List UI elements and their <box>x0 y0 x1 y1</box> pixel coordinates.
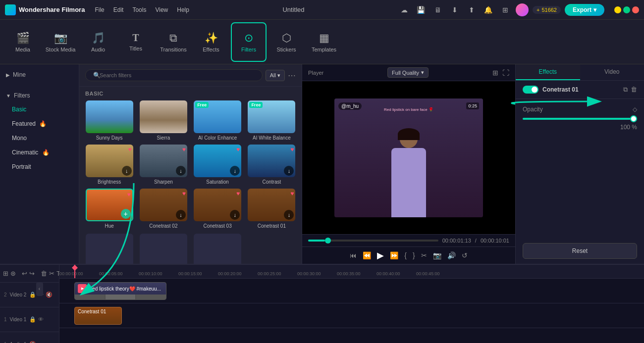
delete-icon[interactable]: 🗑 <box>631 86 637 94</box>
cut-button[interactable]: ✂ <box>49 268 54 279</box>
filter-saturation[interactable]: ♥ ↓ Saturation <box>193 145 243 185</box>
progress-thumb[interactable] <box>325 238 331 244</box>
collapse-panel-button[interactable]: ‹ <box>36 282 43 296</box>
download-icon-4[interactable]: ↓ <box>284 166 294 176</box>
download-icon[interactable]: ⬇ <box>448 3 461 16</box>
download-icon[interactable]: ↓ <box>122 166 132 176</box>
mine-section: ▶ Mine <box>0 64 79 85</box>
volume-icon[interactable]: 🔊 <box>447 251 456 259</box>
close-button[interactable] <box>632 6 639 13</box>
mute-icon-2[interactable]: 🔇 <box>29 341 36 343</box>
add-filter-button[interactable]: + <box>121 209 131 219</box>
filter-ai-white[interactable]: Free AI White Balance <box>247 100 297 141</box>
split-icon[interactable]: ✂ <box>421 251 427 259</box>
skip-back-icon[interactable]: ⏮ <box>350 251 357 259</box>
menu-help[interactable]: Help <box>177 6 189 13</box>
mark-out-icon[interactable]: } <box>413 251 415 259</box>
download-icon-2[interactable]: ↓ <box>176 166 186 176</box>
save-icon[interactable]: 💾 <box>415 3 428 16</box>
sidebar-item-portrait[interactable]: Portrait <box>4 160 75 174</box>
filter-conetrast01[interactable]: ♥ ↓ Conetrast 01 <box>247 189 297 229</box>
notification-icon[interactable]: 🔔 <box>482 3 495 16</box>
toolbar-audio[interactable]: 🎵 Audio <box>80 22 116 62</box>
toolbar-filters[interactable]: ⊙ Filters <box>231 22 267 62</box>
filter-hue[interactable]: ♥ + Hue <box>84 189 134 229</box>
opacity-slider[interactable] <box>523 118 637 120</box>
upload-icon[interactable]: ⬆ <box>465 3 478 16</box>
filter-sharpen[interactable]: ♥ ↓ Sharpen <box>138 145 188 185</box>
filter-sunny-days[interactable]: Sunny Days <box>84 100 134 141</box>
minimize-button[interactable] <box>614 6 621 13</box>
grid-icon[interactable]: ⊞ <box>499 3 512 16</box>
step-forward-icon[interactable]: ⏩ <box>390 251 398 259</box>
undo-button[interactable]: ↩ <box>22 268 27 279</box>
lock-icon-2[interactable]: 🔒 <box>29 316 36 323</box>
filter-conetrast02[interactable]: ♥ ↓ Conetrast 02 <box>138 189 188 229</box>
play-button[interactable]: ▶ <box>377 250 384 261</box>
mute-icon[interactable]: 🔇 <box>46 292 53 298</box>
filter-conetrast03[interactable]: ♥ ↓ Conetrast 03 <box>193 189 243 229</box>
step-back-icon[interactable]: ⏪ <box>363 251 371 259</box>
filter-sierra[interactable]: Sierra <box>138 100 188 141</box>
toolbar-titles[interactable]: T Titles <box>118 22 154 62</box>
ruler-mark-9: 00:00:45:00 <box>416 271 440 276</box>
sidebar-item-featured[interactable]: Featured 🔥 <box>4 117 75 131</box>
sidebar-item-basic[interactable]: Basic <box>4 102 75 116</box>
download-icon-3[interactable]: ↓ <box>230 166 240 176</box>
toolbar-media[interactable]: 🎬 Media <box>5 22 41 62</box>
copy-icon[interactable]: ⧉ <box>623 86 628 94</box>
magnet-icon[interactable]: ⊛ <box>10 268 16 279</box>
toolbar-effects[interactable]: ✨ Effects <box>193 22 229 62</box>
delete-button[interactable]: 🗑 <box>41 268 47 279</box>
export-button[interactable]: Export ▾ <box>565 4 604 16</box>
menu-file[interactable]: File <box>95 6 104 13</box>
toolbar-stickers[interactable]: ⬡ Stickers <box>268 22 304 62</box>
redo-button[interactable]: ↪ <box>29 268 35 279</box>
toolbar-transitions[interactable]: ⧉ Transitions <box>156 22 191 62</box>
visible-icon-2[interactable]: 👁 <box>38 316 44 323</box>
filter-ai-color[interactable]: Free AI Color Enhance <box>193 100 243 141</box>
download-icon-6[interactable]: ↓ <box>230 210 240 220</box>
tab-effects[interactable]: Effects <box>516 64 580 80</box>
download-icon-7[interactable]: ↓ <box>284 210 294 220</box>
menu-edit[interactable]: Edit <box>113 6 124 13</box>
sidebar-item-cinematic[interactable]: Cinematic 🔥 <box>4 146 75 159</box>
sidebar-item-mono[interactable]: Mono <box>4 131 75 145</box>
quality-selector[interactable]: Full Quality ▾ <box>387 67 429 78</box>
avatar[interactable] <box>516 3 529 16</box>
track-label-audio1: 1 Audio 1 🔇 <box>0 332 59 343</box>
more-options-button[interactable]: ⋯ <box>288 71 296 80</box>
tab-video[interactable]: Video <box>580 64 644 80</box>
search-input[interactable] <box>85 69 263 81</box>
menu-view[interactable]: View <box>155 6 168 13</box>
filter-contrast[interactable]: ♥ ↓ Contrast <box>247 145 297 185</box>
toggle-switch[interactable] <box>523 86 538 94</box>
cloud-icon[interactable]: ☁ <box>398 3 411 16</box>
filter-all-dropdown[interactable]: All ▾ <box>266 70 285 81</box>
clip-effect[interactable]: Conetrast 01 <box>74 307 122 325</box>
download-icon-5[interactable]: ↓ <box>176 210 186 220</box>
progress-bar[interactable] <box>308 240 438 242</box>
fullscreen-icon[interactable]: ⛶ <box>502 69 509 77</box>
lock-icon[interactable]: 🔒 <box>29 292 36 298</box>
opacity-thumb[interactable] <box>630 115 637 122</box>
grid-view-icon[interactable]: ⊞ <box>492 69 498 77</box>
mine-header[interactable]: ▶ Mine <box>0 68 79 81</box>
monitor-icon[interactable]: 🖥 <box>431 3 444 16</box>
filters-header[interactable]: ▼ Filters <box>0 89 79 102</box>
maximize-button[interactable] <box>623 6 630 13</box>
reset-button[interactable]: Reset <box>523 243 637 259</box>
clip-video2[interactable]: ▶ Red lipstick theory❤️ #makeuu... <box>74 282 166 300</box>
filter-brightness[interactable]: ♥ ↓ Brightness <box>84 145 134 185</box>
playhead[interactable] <box>74 265 75 278</box>
toolbar-stock-media[interactable]: 📷 Stock Media <box>43 22 78 62</box>
layout-icon[interactable]: ⊞ <box>3 268 8 279</box>
timeline-left-panel: ⊞ ⊛ ↩ ↪ 🗑 ✂ T ⊡ ⋯ 2 Video 2 🔒 👁 <box>0 265 59 343</box>
filter-conetrast02-thumb: ♥ ↓ <box>140 189 187 221</box>
toolbar-templates[interactable]: ▦ Templates <box>306 22 342 62</box>
menu-tools[interactable]: Tools <box>132 6 146 13</box>
mark-in-icon[interactable]: { <box>404 251 407 259</box>
rotate-icon[interactable]: ↺ <box>462 251 468 259</box>
preview-area: Player Full Quality ▾ ⊞ ⛶ @m_hu 0:25 Red… <box>302 64 515 264</box>
snapshot-icon[interactable]: 📷 <box>433 251 441 259</box>
